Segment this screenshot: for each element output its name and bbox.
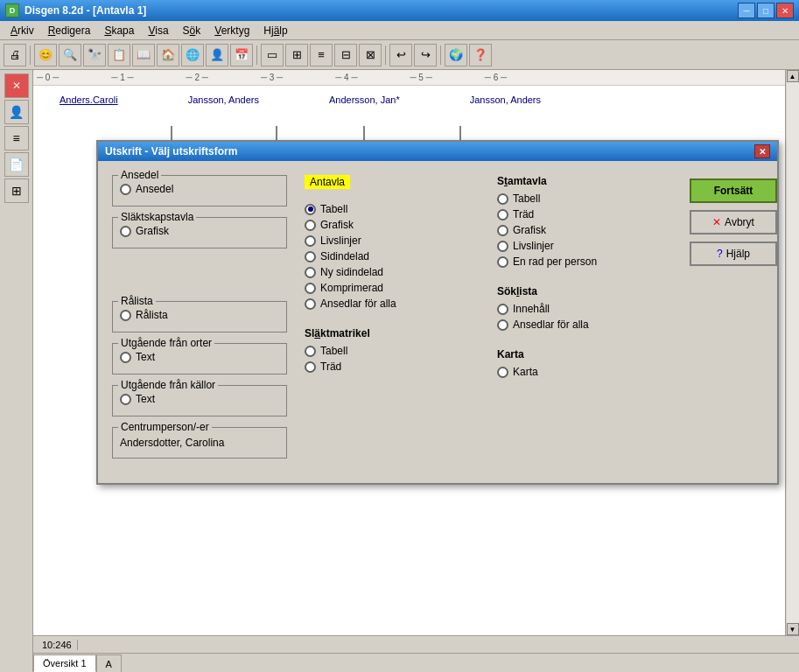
radio-label-antavla-grafisk: Grafisk (320, 219, 354, 231)
view-button-3[interactable]: ≡ (310, 44, 333, 66)
radio-btn-antavla-komprimerad[interactable] (305, 283, 316, 294)
radio-btn-rålista[interactable] (120, 310, 131, 321)
radio-btn-stamtavla-trad[interactable] (497, 209, 508, 220)
view-button-1[interactable]: ▭ (261, 44, 284, 66)
print-button[interactable]: 🖨 (4, 44, 26, 66)
view-button-4[interactable]: ⊟ (334, 44, 357, 66)
tool-button-3[interactable]: 📖 (132, 44, 155, 66)
radio-btn-ansedel[interactable] (120, 184, 131, 195)
section-ansedel-label: Ansedel (118, 169, 161, 181)
radio-label-karta: Karta (513, 366, 538, 378)
face-button[interactable]: 😊 (34, 44, 57, 66)
radio-btn-stamtavla-en-rad[interactable] (497, 256, 508, 268)
radio-btn-karta[interactable] (497, 367, 508, 378)
radio-label-antavla-ny-sidindelad: Ny sidindelad (320, 266, 383, 278)
radio-label-utgaende-orter-text: Text (136, 351, 155, 363)
antavla-label: Antavla (305, 175, 350, 189)
dialog-title-bar: Utskrift - Välj utskriftsform ✕ (98, 142, 777, 161)
tool-button-2[interactable]: 📋 (108, 44, 130, 66)
radio-btn-soklista-ansedlar[interactable] (497, 319, 508, 331)
radio-antavla-tabell: Tabell (305, 203, 480, 215)
radio-antavla-grafisk: Grafisk (305, 219, 480, 231)
menu-skapa[interactable]: Skapa (97, 23, 141, 38)
globe-button[interactable]: 🌍 (445, 44, 467, 66)
search-binoculars[interactable]: 🔭 (83, 44, 106, 66)
undo-button[interactable]: ↩ (389, 44, 412, 66)
radio-label-soklista-ansedlar: Ansedlar för alla (513, 318, 589, 331)
dialog-utskrift: Utskrift - Välj utskriftsform ✕ Ansedel … (96, 140, 779, 485)
col-buttons: Fortsätt ✕ Avbryt ? Hjälp (690, 175, 786, 469)
dialog-close-button[interactable]: ✕ (754, 144, 770, 158)
tool-button-5[interactable]: 🌐 (181, 44, 204, 66)
radio-btn-antavla-grafisk[interactable] (305, 220, 316, 231)
tool-button-1[interactable]: 🔍 (59, 44, 81, 66)
radio-antavla-sidindelad: Sidindelad (305, 250, 480, 262)
section-utgaende-orter-label: Utgående från orter (118, 337, 214, 349)
radio-label-stamtavla-livslinjer: Livslinjer (513, 240, 554, 252)
view-button-2[interactable]: ⊞ (285, 44, 308, 66)
toolbar-separator-1 (30, 46, 31, 65)
radio-btn-antavla-livslinjer[interactable] (305, 235, 316, 247)
avbryt-button[interactable]: ✕ Avbryt (690, 210, 777, 234)
radio-btn-stamtavla-tabell[interactable] (497, 193, 508, 205)
menu-arkiv[interactable]: Arkiv (4, 23, 41, 38)
radio-label-antavla-sidindelad: Sidindelad (320, 250, 369, 262)
section-slaktskapstavla: Släktskapstavla Grafisk (112, 217, 287, 248)
menu-hjalp[interactable]: Hjälp (256, 23, 294, 38)
section-centrumperson: Centrumperson/-er Andersdotter, Carolina (112, 427, 287, 458)
centrumperson-value: Andersdotter, Carolina (120, 435, 279, 451)
radio-btn-antavla-tabell[interactable] (305, 204, 316, 215)
radio-antavla-ny-sidindelad: Ny sidindelad (305, 266, 480, 278)
radio-label-ansedel: Ansedel (136, 183, 173, 195)
radio-btn-antavla-sidindelad[interactable] (305, 251, 316, 262)
radio-stamtavla-en-rad: En rad per person (497, 256, 672, 268)
toolbar-separator-4 (440, 46, 441, 65)
menu-sok[interactable]: Sök (176, 23, 208, 38)
radio-stamtavla-livslinjer: Livslinjer (497, 240, 672, 252)
section-stamtavla: Stamtavla Tabell Träd Grafisk (497, 175, 672, 268)
menu-redigera[interactable]: Redigera (41, 23, 98, 38)
radio-btn-stamtavla-grafisk[interactable] (497, 225, 508, 236)
hjalp-button[interactable]: ? Hjälp (690, 242, 777, 266)
radio-antavla-komprimerad: Komprimerad (305, 282, 480, 294)
radio-label-stamtavla-en-rad: En rad per person (513, 256, 597, 268)
radio-soklista-ansedlar: Ansedlar för alla (497, 318, 672, 331)
main-window: ✕ 👤 ≡ 📄 ⊞ ─ 0 ─ ─ 1 ─ ─ 2 ─ ─ 3 ─ ─ 4 ─ … (0, 70, 799, 672)
radio-btn-slaktmatrikel-tabell[interactable] (305, 346, 316, 357)
menu-visa[interactable]: Visa (141, 23, 175, 38)
view-button-5[interactable]: ⊠ (359, 44, 382, 66)
radio-btn-antavla-ny-sidindelad[interactable] (305, 267, 316, 278)
radio-label-slaktskapstavla-grafisk: Grafisk (136, 225, 169, 237)
radio-btn-antavla-ansedlar[interactable] (305, 298, 316, 310)
window-controls: ─ □ ✕ (738, 3, 794, 18)
close-button[interactable]: ✕ (776, 3, 794, 18)
radio-karta: Karta (497, 366, 672, 378)
hjalp-label: Hjälp (726, 248, 750, 260)
radio-label-stamtavla-grafisk: Grafisk (513, 224, 546, 236)
col-left: Ansedel Ansedel Släktskapstavla Grafisk (112, 175, 287, 469)
fortsatt-button[interactable]: Fortsätt (690, 178, 777, 203)
help-button[interactable]: ❓ (469, 44, 492, 66)
tool-button-4[interactable]: 🏠 (157, 44, 179, 66)
radio-slaktmatrikel-tabell: Tabell (305, 345, 480, 357)
radio-btn-slaktskapstavla-grafisk[interactable] (120, 226, 131, 237)
section-soklista: Söklista Innehåll Ansedlar för alla (497, 285, 672, 331)
radio-slaktmatrikel-trad: Träd (305, 360, 480, 373)
tool-button-7[interactable]: 📅 (230, 44, 253, 66)
radio-btn-utgaende-orter-text[interactable] (120, 352, 131, 363)
restore-button[interactable]: □ (757, 3, 774, 18)
redo-button[interactable]: ↪ (414, 44, 437, 66)
section-stamtavla-label: Stamtavla (497, 175, 672, 187)
radio-btn-soklista-innehall[interactable] (497, 304, 508, 315)
radio-btn-stamtavla-livslinjer[interactable] (497, 241, 508, 252)
radio-btn-slaktmatrikel-trad[interactable] (305, 361, 316, 373)
menu-verktyg[interactable]: Verktyg (207, 23, 256, 38)
radio-antavla-ansedlar: Ansedlar för alla (305, 298, 480, 310)
tool-button-6[interactable]: 👤 (206, 44, 228, 66)
section-centrumperson-label: Centrumperson/-er (118, 421, 212, 433)
radio-utgaende-orter-text: Text (120, 351, 279, 363)
minimize-button[interactable]: ─ (738, 3, 755, 18)
menu-bar: Arkiv Redigera Skapa Visa Sök Verktyg Hj… (0, 21, 799, 40)
radio-btn-utgaende-kallor-text[interactable] (120, 394, 131, 405)
dialog-overlay: Utskrift - Välj utskriftsform ✕ Ansedel … (0, 70, 799, 672)
